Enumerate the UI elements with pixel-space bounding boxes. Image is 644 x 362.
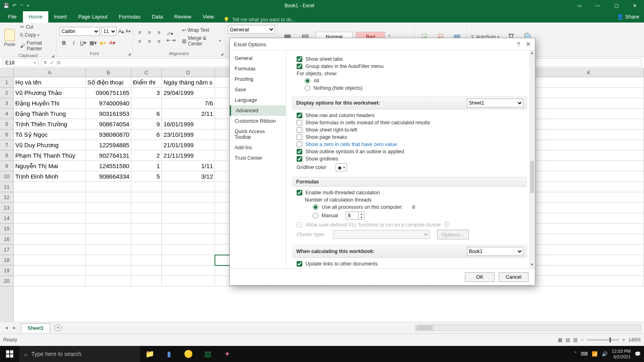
undo-icon[interactable]: ↶ [12, 3, 17, 8]
start-button[interactable] [0, 346, 19, 362]
cell[interactable]: 908664334 [86, 171, 131, 182]
row-header[interactable]: 11 [0, 182, 13, 192]
cell[interactable]: 938080870 [86, 130, 131, 140]
cell[interactable]: Số điện thoại [86, 77, 131, 88]
app-icon-2[interactable]: ▮ [159, 346, 179, 362]
options-nav-item[interactable]: Proofing [230, 74, 286, 84]
cell[interactable] [86, 265, 131, 276]
options-nav-item[interactable]: Customize Ribbon [230, 116, 286, 126]
qat-more-icon[interactable]: ▾ [27, 4, 29, 8]
opt-show-gridlines[interactable]: Show gridlines [297, 156, 527, 162]
cell[interactable]: 21/01/1999 [162, 140, 215, 150]
alignment-buttons[interactable]: ≡≡≡≡≡≡ [135, 29, 163, 45]
data-tab[interactable]: Data [146, 11, 168, 23]
select-all-corner[interactable] [0, 68, 14, 77]
folder-app-icon[interactable]: 📁 [140, 346, 159, 362]
cell[interactable] [534, 140, 644, 150]
sheet-tab[interactable]: Sheet1 [21, 323, 50, 333]
cell[interactable] [162, 213, 215, 224]
inc-indent-button[interactable]: ⇥ [171, 37, 175, 43]
cell[interactable] [86, 245, 131, 255]
cancel-button[interactable]: Cancel [499, 272, 528, 282]
cell[interactable]: Họ và tên [14, 77, 86, 88]
cell[interactable]: Đặng Huyền Thi [14, 98, 86, 109]
cell[interactable]: 3 [131, 88, 162, 98]
opt-update-links[interactable]: Update links to other documents [297, 261, 527, 267]
cell[interactable] [534, 224, 644, 234]
cell[interactable] [534, 245, 644, 255]
cell[interactable] [534, 255, 644, 265]
opt-show-outline[interactable]: Show outline symbols if an outline is ap… [297, 149, 527, 154]
row-header[interactable]: 9 [0, 161, 13, 171]
close-icon[interactable]: ✕ [625, 0, 644, 11]
row-header[interactable]: 20 [0, 276, 13, 286]
tray-wifi-icon[interactable]: 📶 [592, 351, 598, 357]
view-tab[interactable]: View [197, 11, 219, 23]
row-header[interactable]: 3 [0, 98, 13, 109]
cell[interactable] [162, 192, 215, 203]
cell[interactable]: 0906751165 [86, 88, 131, 98]
cell[interactable]: 5 [131, 171, 162, 182]
col-header[interactable]: A [14, 68, 86, 77]
cell[interactable] [162, 234, 215, 245]
cell[interactable]: Điểm thi [131, 77, 162, 88]
options-nav-item[interactable]: Quick Access Toolbar [230, 126, 286, 142]
cell[interactable] [131, 276, 162, 286]
cell[interactable] [86, 224, 131, 234]
cell[interactable] [131, 140, 162, 150]
cell[interactable] [131, 203, 162, 213]
dialog-help-icon[interactable]: ? [517, 41, 520, 48]
align-launcher-icon[interactable]: ◢ [221, 52, 223, 56]
cell[interactable] [86, 255, 131, 265]
row-header[interactable]: 12 [0, 192, 13, 203]
zoom-level[interactable]: 145% [628, 337, 641, 343]
clipboard-launcher-icon[interactable]: ◢ [52, 54, 54, 58]
formulas-tab[interactable]: Formulas [113, 11, 146, 23]
opt-show-row-col[interactable]: Show row and column headers [297, 113, 527, 118]
cell[interactable] [14, 265, 86, 276]
row-header[interactable]: 17 [0, 245, 13, 255]
cell[interactable] [131, 255, 162, 265]
zoom-in-button[interactable]: + [622, 337, 625, 343]
opt-objects-nothing[interactable]: Nothing (hide objects) [305, 85, 527, 91]
cell[interactable] [534, 192, 644, 203]
taskbar-clock[interactable]: 12:03 PM6/2/2021 [612, 348, 631, 360]
cell[interactable] [534, 150, 644, 161]
cell[interactable]: 122594885 [86, 140, 131, 150]
row-header[interactable]: 5 [0, 119, 13, 130]
sheet-prev-icon[interactable]: ◄ [4, 325, 9, 331]
cell[interactable] [534, 98, 644, 109]
taskbar-search[interactable]: ⌕Type here to search [19, 346, 140, 362]
cell[interactable] [131, 245, 162, 255]
paste-button[interactable]: Paste [2, 29, 17, 47]
excel-app-icon[interactable]: ▧ [198, 346, 217, 362]
cell[interactable] [162, 255, 215, 265]
cell[interactable]: Phạm Thị Thanh Thùy [14, 150, 86, 161]
opt-manual-procs[interactable]: Manual ▲▼ [313, 212, 527, 220]
row-header[interactable]: 6 [0, 130, 13, 140]
cell[interactable] [131, 213, 162, 224]
options-nav-item[interactable]: Language [230, 95, 286, 105]
cell[interactable] [534, 109, 644, 119]
cut-button[interactable]: ✂Cut [19, 23, 54, 31]
tellme-box[interactable]: 💡Tell me what you want to do... [223, 17, 295, 23]
opt-show-formulas[interactable]: Show formulas in cells instead of their … [297, 120, 527, 125]
row-header[interactable]: 13 [0, 203, 13, 213]
gridline-color-button[interactable]: ◆▾ [336, 163, 347, 171]
cell[interactable] [14, 276, 86, 286]
border-button[interactable]: ▦▾ [89, 39, 97, 47]
fx-icon[interactable]: fx [57, 60, 61, 66]
cell[interactable] [534, 276, 644, 286]
maximize-icon[interactable]: ▢ [607, 0, 625, 11]
opt-show-zero[interactable]: Show a zero in cells that have zero valu… [297, 142, 527, 147]
cell[interactable] [86, 182, 131, 192]
cell[interactable]: 23/10/1999 [162, 130, 215, 140]
cell[interactable] [86, 276, 131, 286]
cell[interactable]: 6 [131, 130, 162, 140]
cell[interactable] [534, 161, 644, 171]
cell[interactable] [14, 224, 86, 234]
cell[interactable]: 974000940 [86, 98, 131, 109]
cell[interactable] [534, 182, 644, 192]
cell[interactable] [14, 203, 86, 213]
underline-button[interactable]: U▾ [79, 39, 88, 47]
